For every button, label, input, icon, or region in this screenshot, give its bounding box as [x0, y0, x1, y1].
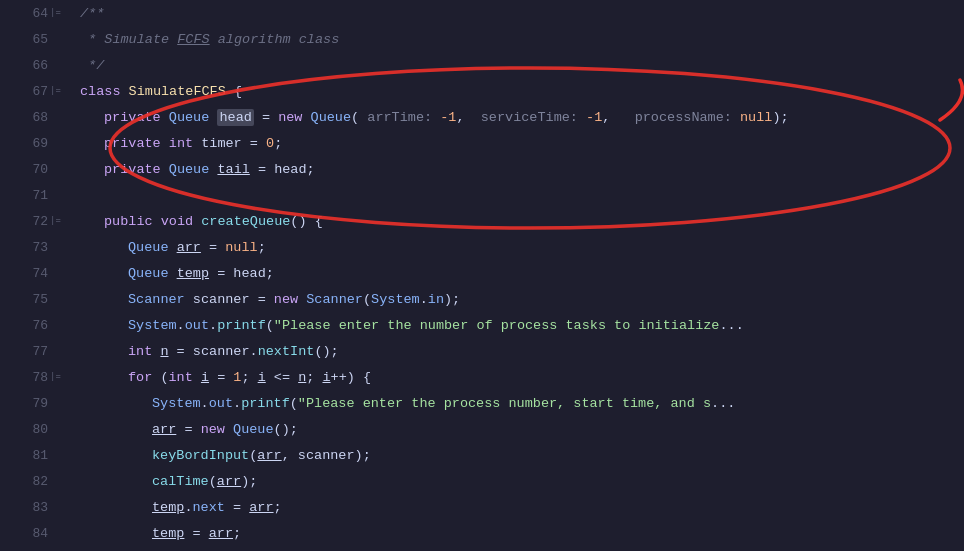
gutter-72: 72 |= — [0, 208, 64, 234]
gutter-79: 79 — [0, 390, 64, 416]
code-line-66: */ — [80, 52, 964, 78]
code-line-81: keyBordInput(arr, scanner); — [80, 442, 964, 468]
gutter-74: 74 — [0, 260, 64, 286]
code-line-75: Scanner scanner = new Scanner(System.in)… — [80, 286, 964, 312]
gutter-69: 69 — [0, 130, 64, 156]
gutter-71: 71 — [0, 182, 64, 208]
code-line-79: System.out.printf("Please enter the proc… — [80, 390, 964, 416]
code-line-73: Queue arr = null; — [80, 234, 964, 260]
code-line-64: /** — [80, 0, 964, 26]
code-line-78: for (int i = 1; i <= n; i++) { — [80, 364, 964, 390]
gutter-83: 83 — [0, 494, 64, 520]
head-highlight: head — [217, 109, 253, 126]
code-line-76: System.out.printf("Please enter the numb… — [80, 312, 964, 338]
code-line-83: temp.next = arr; — [80, 494, 964, 520]
code-line-68: private Queue head = new Queue( arrTime:… — [80, 104, 964, 130]
gutter-81: 81 — [0, 442, 64, 468]
gutter-78: 78 |= — [0, 364, 64, 390]
gutter-84: 84 — [0, 520, 64, 546]
gutter-82: 82 — [0, 468, 64, 494]
code-line-82: calTime(arr); — [80, 468, 964, 494]
code-line-69: private int timer = 0; — [80, 130, 964, 156]
gutter-75: 75 — [0, 286, 64, 312]
gutter-68: 68 — [0, 104, 64, 130]
code-line-67: class SimulateFCFS { — [80, 78, 964, 104]
gutter-67: 67 |= — [0, 78, 64, 104]
code-line-72: public void createQueue() { — [80, 208, 964, 234]
gutter-66: 66 — [0, 52, 64, 78]
code-line-65: * Simulate FCFS algorithm class — [80, 26, 964, 52]
code-line-74: Queue temp = head; — [80, 260, 964, 286]
code-line-70: private Queue tail = head; — [80, 156, 964, 182]
gutter-70: 70 — [0, 156, 64, 182]
code-line-84: temp = arr; — [80, 520, 964, 546]
code-content: /** * Simulate FCFS algorithm class */ c… — [72, 0, 964, 551]
gutter-77: 77 — [0, 338, 64, 364]
code-line-80: arr = new Queue(); — [80, 416, 964, 442]
code-line-77: int n = scanner.nextInt(); — [80, 338, 964, 364]
code-line-71 — [80, 182, 964, 208]
gutter-73: 73 — [0, 234, 64, 260]
gutter-64: 64 |= — [0, 0, 64, 26]
gutter-65: 65 — [0, 26, 64, 52]
gutter-76: 76 — [0, 312, 64, 338]
code-editor: 64 |= 65 66 67 |= 68 69 70 71 — [0, 0, 964, 551]
line-number-gutter: 64 |= 65 66 67 |= 68 69 70 71 — [0, 0, 72, 551]
gutter-80: 80 — [0, 416, 64, 442]
